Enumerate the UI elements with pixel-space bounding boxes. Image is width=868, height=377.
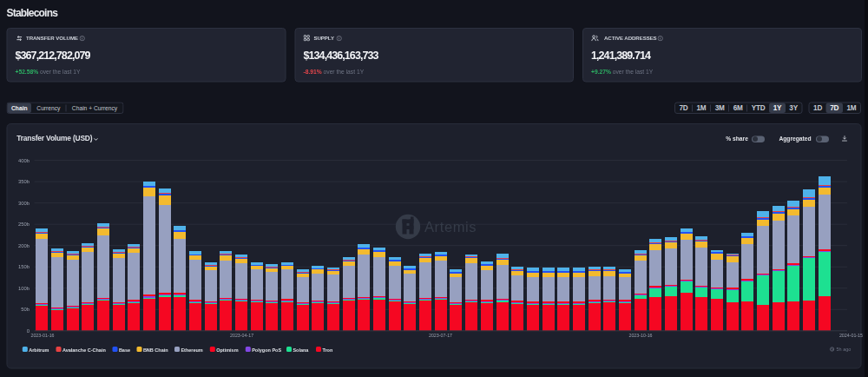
svg-text:2023-10-16: 2023-10-16 [628,333,652,338]
svg-text:Polygon PoS: Polygon PoS [252,347,281,353]
svg-text:0: 0 [27,328,30,334]
svg-text:Solana: Solana [293,347,309,353]
svg-text:100b: 100b [18,286,30,291]
svg-text:Artemis: Artemis [424,219,477,235]
svg-text:400b: 400b [18,158,30,163]
svg-text:2023-01-16: 2023-01-16 [30,333,54,338]
svg-text:Tron: Tron [322,347,333,353]
svg-text:300b: 300b [18,201,30,206]
svg-text:Ethereum: Ethereum [181,347,202,353]
svg-text:200b: 200b [18,243,30,248]
svg-text:2023-04-17: 2023-04-17 [230,333,253,338]
svg-text:Base: Base [119,347,130,353]
svg-text:5h ago: 5h ago [837,347,852,352]
svg-text:350b: 350b [18,179,30,184]
svg-text:Optimism: Optimism [216,347,238,353]
svg-text:Avalanche C-Chain: Avalanche C-Chain [62,347,107,353]
svg-text:Arbitrum: Arbitrum [29,347,49,353]
svg-text:50b: 50b [21,307,30,312]
svg-text:BNB Chain: BNB Chain [143,347,168,353]
svg-text:2023-07-17: 2023-07-17 [429,333,452,338]
svg-text:250b: 250b [18,222,30,227]
svg-text:2024-01-15: 2024-01-15 [839,333,863,338]
svg-text:150b: 150b [18,264,30,269]
